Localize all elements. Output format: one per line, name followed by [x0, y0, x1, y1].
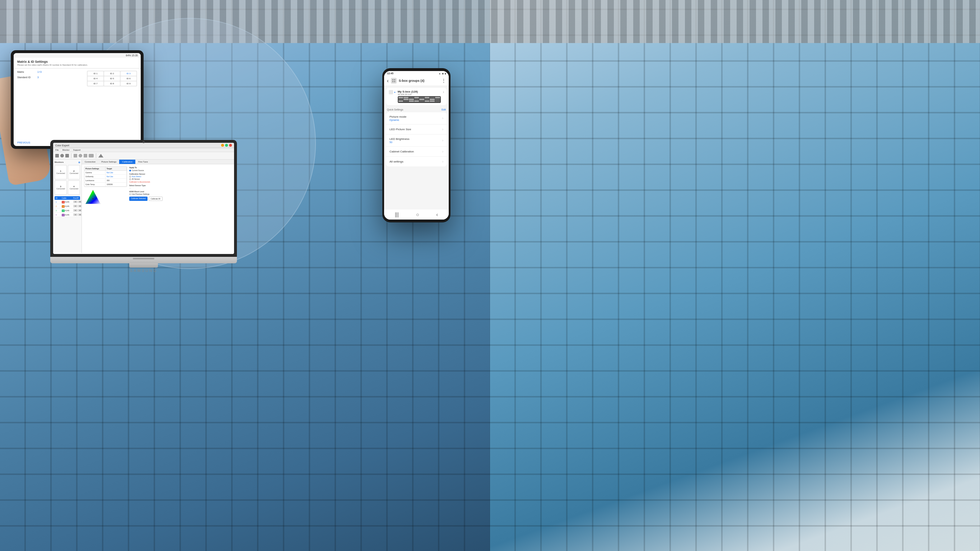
nav-home-button[interactable]: ○	[416, 212, 419, 218]
tablet-grid-area: ID 1 ID 2 ID 3 ID 4 ID 5 ID 6 ID 7 ID 8 …	[87, 71, 137, 86]
dg-cell	[409, 100, 414, 102]
standard-id-label: Standard ID	[17, 76, 35, 79]
port-ctrl-9[interactable]: 10	[73, 209, 78, 212]
toolbar-separator	[71, 153, 72, 158]
col-id: ID	[56, 197, 61, 199]
calibrate-selected-button[interactable]: Calibrate Selected	[129, 197, 148, 201]
tablet-header: Matrix & ID Settings Please set the vide…	[14, 58, 141, 68]
minimize-button[interactable]	[221, 144, 224, 147]
cal-table-header: Picture Settings Target	[84, 167, 127, 171]
nav-recents-button[interactable]: |||	[395, 212, 399, 218]
row1-cable: ▼ RJ45	[62, 201, 73, 203]
dg-cell	[409, 98, 414, 100]
dg-cell	[425, 100, 430, 102]
svg-rect-3	[392, 79, 393, 80]
menu-file[interactable]: File	[55, 149, 59, 151]
led-picture-size-item[interactable]: LED Picture Size ›	[386, 124, 447, 135]
laptop-camera	[143, 141, 145, 143]
maximize-button[interactable]	[225, 144, 228, 147]
toolbar-icon-7[interactable]	[89, 154, 94, 157]
tab-calibration[interactable]: Calibration	[119, 160, 135, 164]
dg-row-1	[398, 97, 440, 98]
dg-cell	[419, 98, 424, 100]
row4-id: 4	[56, 214, 61, 216]
laptop-device: Color Expert File Monitor Support	[50, 140, 237, 273]
port-ctrl-1[interactable]: 10	[73, 200, 78, 203]
tablet-screen: 64% 15:35 Matrix & ID Settings Please se…	[14, 53, 141, 146]
row1-id: 1	[56, 201, 61, 203]
cal-row-luminance: Luminance 300	[84, 179, 127, 183]
color-triangle-chart	[84, 188, 102, 206]
device-info: My S-box (128) 10.100.10.110	[398, 90, 441, 103]
device-indicator: ●	[389, 90, 396, 94]
svg-marker-0	[86, 190, 100, 204]
calibration-settings: Apply To Current Source Calibration Sens…	[129, 167, 232, 208]
row3-cable: ▼ RJ45	[62, 210, 73, 212]
table-row-2: 2 ▼ RJ45 10 89 38 143	[54, 204, 80, 208]
grid-cell-9: ID 9	[121, 81, 137, 86]
tab-connection[interactable]: Connection	[82, 160, 99, 164]
cal-header-target: Target	[105, 167, 127, 171]
sensor-title: Calibration Sensor	[129, 173, 232, 175]
toolbar-icon-5[interactable]	[79, 154, 82, 157]
port-ctrl-5[interactable]: 10	[73, 205, 78, 207]
dg-cell	[398, 98, 404, 100]
row4-cable: ▼ RJ45	[62, 214, 73, 216]
signal-icon: ▲	[439, 73, 441, 75]
tablet-device: 64% 15:35 Matrix & ID Settings Please se…	[11, 50, 143, 149]
app-sidebar: Monitors ⚙ 1 Connected 2 Connected	[53, 160, 82, 253]
tab-picture-settings[interactable]: Picture Settings	[99, 160, 119, 164]
use-previous-radio[interactable]: Use Previous Settings	[129, 193, 232, 195]
picture-mode-item[interactable]: Picture mode Dynamic ›	[386, 112, 447, 124]
toolbar-icon-8[interactable]	[99, 154, 103, 157]
cal-label-colortemp: Color Temp.	[84, 183, 105, 186]
cabinet-calibration-item[interactable]: Cabinet Calibration ›	[386, 147, 447, 157]
menu-monitor[interactable]: Monitor	[62, 149, 70, 151]
toolbar-icon-6[interactable]	[84, 154, 87, 157]
quick-settings-title: Quick Settings	[387, 108, 403, 111]
svg-rect-4	[394, 79, 395, 80]
cal-value-gamma: Not Use	[105, 171, 127, 174]
quick-settings-edit[interactable]: Edit	[442, 108, 446, 111]
dg-cell	[425, 98, 430, 100]
toolbar-icon-3[interactable]	[65, 154, 69, 157]
standard-id-value: 3	[37, 76, 39, 79]
led-brightness-item[interactable]: LED Brightness 50 ›	[386, 135, 447, 147]
toolbar-icon-1[interactable]	[55, 154, 59, 157]
connection-table: ID Cable Port/IP 1 ▼ RJ45 10	[54, 196, 80, 217]
grid-cell-2: ID 2	[104, 71, 120, 76]
phone-back-button[interactable]: ‹	[387, 78, 389, 84]
phone-status-icons: ▲ ◉ ▮	[439, 72, 446, 75]
window-controls	[221, 144, 232, 147]
close-button[interactable]	[229, 144, 232, 147]
picture-mode-value: Dynamic	[390, 119, 442, 121]
matrix-field: Matrix 1+3	[17, 71, 84, 73]
cal-value-uniformity: Not Use	[105, 175, 127, 178]
picture-mode-content: Picture mode Dynamic	[390, 115, 442, 121]
previous-button[interactable]: PREVIOUS	[17, 141, 30, 144]
monitor-1: 1 Connected	[54, 165, 67, 179]
sbox-icon	[391, 78, 397, 84]
phone-menu-button[interactable]: ⋮	[442, 78, 446, 83]
nav-back-button[interactable]: ‹	[436, 212, 438, 218]
tab-fine-tune[interactable]: Fine Tune	[135, 160, 151, 164]
grid-cell-1: ID 1	[88, 71, 103, 76]
current-source-radio-btn	[129, 170, 131, 171]
calibrate-all-button[interactable]: Calibrate All	[149, 197, 162, 201]
auto-detect-radio-btn	[129, 176, 131, 178]
port-ctrl-13[interactable]: 10	[73, 213, 78, 216]
all-settings-item[interactable]: All settings ›	[386, 157, 447, 167]
all-sensor-radio-btn	[129, 178, 131, 180]
toolbar-icon-2[interactable]	[60, 154, 64, 157]
dg-cell	[419, 97, 424, 98]
all-sensor-radio[interactable]: All Sensor	[129, 178, 232, 180]
device-ip: 10.100.10.110	[398, 93, 441, 95]
toolbar-icon-4[interactable]	[73, 154, 77, 157]
device-card-chevron[interactable]: ›	[443, 90, 444, 94]
cal-row-uniformity: Uniformity Not Use	[84, 175, 127, 179]
current-source-radio[interactable]: Current Source	[129, 169, 232, 171]
auto-detect-radio[interactable]: Auto Detect	[129, 175, 232, 178]
menu-support[interactable]: Support	[73, 149, 81, 151]
col-portip: Port/IP	[73, 197, 79, 199]
app-title: Color Expert	[55, 144, 69, 147]
